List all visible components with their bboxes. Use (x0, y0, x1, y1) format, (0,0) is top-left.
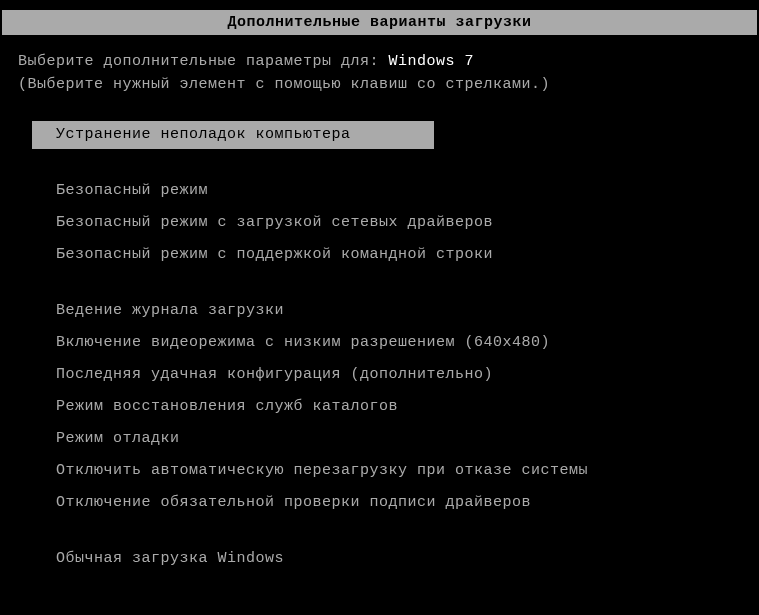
menu-item-repair[interactable]: Устранение неполадок компьютера (32, 121, 434, 149)
menu-item-disable-driver-sig[interactable]: Отключение обязательной проверки подписи… (32, 489, 741, 517)
menu-item-safe-mode[interactable]: Безопасный режим (32, 177, 741, 205)
prompt-line: Выберите дополнительные параметры для: W… (18, 53, 741, 70)
menu-item-boot-logging[interactable]: Ведение журнала загрузки (32, 297, 741, 325)
menu-item-low-res-video[interactable]: Включение видеорежима с низким разрешени… (32, 329, 741, 357)
boot-menu: Устранение неполадок компьютера Безопасн… (32, 121, 741, 573)
group-gap (32, 273, 741, 297)
prompt-prefix: Выберите дополнительные параметры для: (18, 53, 389, 70)
menu-item-debug[interactable]: Режим отладки (32, 425, 741, 453)
page-title-bar: Дополнительные варианты загрузки (2, 10, 757, 35)
menu-item-disable-auto-restart[interactable]: Отключить автоматическую перезагрузку пр… (32, 457, 741, 485)
os-name: Windows 7 (389, 53, 475, 70)
content-area: Выберите дополнительные параметры для: W… (0, 35, 759, 573)
page-title: Дополнительные варианты загрузки (227, 14, 531, 31)
menu-item-last-known-good[interactable]: Последняя удачная конфигурация (дополнит… (32, 361, 741, 389)
group-gap (32, 521, 741, 545)
menu-item-safe-mode-cmd[interactable]: Безопасный режим с поддержкой командной … (32, 241, 741, 269)
menu-item-normal-boot[interactable]: Обычная загрузка Windows (32, 545, 741, 573)
menu-item-safe-mode-networking[interactable]: Безопасный режим с загрузкой сетевых дра… (32, 209, 741, 237)
hint-line: (Выберите нужный элемент с помощью клави… (18, 76, 741, 93)
menu-item-ds-restore[interactable]: Режим восстановления служб каталогов (32, 393, 741, 421)
group-gap (32, 153, 741, 177)
